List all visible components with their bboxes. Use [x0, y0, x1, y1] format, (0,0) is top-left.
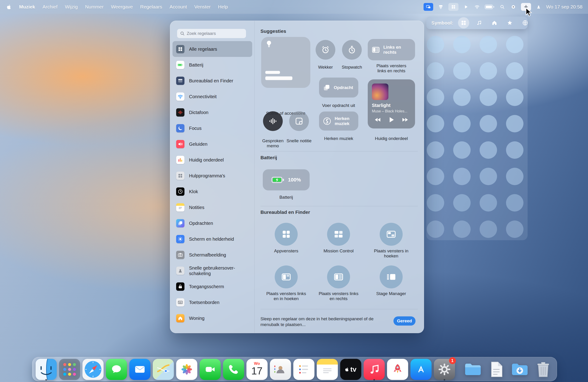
symbol-cell[interactable] [480, 62, 497, 80]
dock-item-music[interactable] [364, 358, 385, 381]
dock-item-contacts[interactable] [270, 358, 291, 381]
dock-item-photos[interactable] [176, 358, 197, 381]
symbol-tab-home[interactable] [489, 17, 500, 28]
dock-item-calendar[interactable]: Wo17 [247, 358, 268, 381]
symbol-cell[interactable] [480, 194, 497, 211]
symbol-cell[interactable] [506, 36, 524, 53]
stacked-windows-icon[interactable] [437, 3, 444, 10]
sidebar-item-home-tile[interactable]: Woning [172, 310, 252, 326]
symbol-cell[interactable] [427, 62, 444, 80]
play-icon[interactable] [387, 116, 396, 124]
sidebar-item-now-playing-tile[interactable]: Huidig onderdeel [172, 152, 252, 168]
spotlight-icon[interactable] [499, 3, 506, 10]
sidebar-item-voice-memo-tile[interactable]: Dictafoon [172, 104, 252, 120]
battery-icon[interactable] [485, 3, 495, 10]
corner-windows-widget[interactable] [380, 223, 403, 246]
menu-nummer[interactable]: Nummer [85, 4, 104, 10]
dock-item-safari[interactable] [83, 358, 104, 381]
menu-account[interactable]: Account [169, 4, 187, 10]
symbol-cell[interactable] [506, 141, 524, 159]
dock-item-app-store[interactable] [410, 358, 432, 381]
symbol-cell[interactable] [453, 220, 471, 238]
symbol-cell[interactable] [453, 141, 471, 159]
symbol-cell[interactable] [427, 194, 444, 211]
sidebar-item-clock-tile[interactable]: Klok [172, 184, 252, 199]
menu-regelaars[interactable]: Regelaars [140, 4, 162, 10]
now-playing-widget[interactable]: Starlight Muse – Black Holes... [368, 79, 415, 129]
symbol-cell[interactable] [480, 168, 497, 185]
quick-note-widget[interactable] [289, 111, 309, 131]
symbol-cell[interactable] [506, 62, 524, 80]
symbol-cell[interactable] [453, 36, 471, 53]
app-windows-widget[interactable] [275, 223, 298, 246]
menu-venster[interactable]: Venster [194, 4, 211, 10]
alarm-widget[interactable] [315, 40, 335, 60]
symbol-cell[interactable] [506, 194, 524, 211]
shazam-widget[interactable]: Herken muziek [319, 112, 358, 131]
dock-item-notes[interactable] [317, 358, 338, 381]
symbol-cell[interactable] [480, 36, 497, 53]
symbol-cell[interactable] [480, 89, 497, 106]
dock-item-documents[interactable] [486, 358, 507, 381]
dock-item-downloads[interactable] [509, 358, 530, 381]
symbol-cell[interactable] [453, 62, 471, 80]
battery-widget[interactable]: 100% [263, 169, 310, 191]
done-button[interactable]: Gereed [394, 316, 416, 325]
split-windows-widget[interactable] [327, 266, 350, 288]
menu-help[interactable]: Help [218, 4, 228, 10]
left-corner-windows-widget[interactable] [275, 266, 298, 288]
sidebar-item-display-tile[interactable]: Scherm en helderheid [172, 231, 252, 247]
dock-item-facetime[interactable] [200, 358, 221, 381]
sidebar-item-notes-tile[interactable]: Notities [172, 199, 252, 215]
symbol-cell[interactable] [506, 115, 524, 132]
sidebar-item-connectivity-tile[interactable]: Connectiviteit [172, 89, 252, 104]
dock-item-reminders[interactable] [293, 358, 315, 381]
search-input[interactable] [177, 29, 246, 38]
dock-item-messages[interactable] [106, 358, 127, 381]
symbol-cell[interactable] [506, 220, 524, 238]
dock-item-apple-tv[interactable]: tv [340, 358, 361, 381]
menu-bar-clock[interactable]: Wo 17 sep 20:58 [546, 4, 583, 10]
stopwatch-widget[interactable] [342, 40, 362, 60]
rewind-icon[interactable] [374, 116, 381, 123]
symbol-cell[interactable] [427, 141, 444, 159]
sidebar-item-keyboard-tile[interactable]: Toetsenborden [172, 294, 252, 310]
symbol-tab-globe[interactable] [520, 17, 527, 28]
sidebar-item-utilities-tile[interactable]: Hulpprogramma's [172, 168, 252, 184]
symbol-cell[interactable] [480, 141, 497, 159]
sidebar-item-sounds-tile[interactable]: Geluiden [172, 136, 252, 152]
split-windows-widget[interactable]: Links en rechts [368, 39, 415, 60]
symbol-cell[interactable] [453, 89, 471, 106]
screen-recording-icon[interactable] [510, 3, 517, 10]
dock-item-phone[interactable] [223, 358, 244, 381]
dock-item-rocket[interactable] [387, 358, 408, 381]
dock-item-maps[interactable] [153, 358, 174, 381]
app-menu-title[interactable]: Muziek [19, 4, 35, 10]
symbol-cell[interactable] [506, 89, 524, 106]
sidebar-item-desktop-tile[interactable]: Bureaublad en Finder [172, 73, 252, 89]
control-center-grid-icon[interactable] [448, 3, 459, 11]
symbol-tab-grid[interactable] [458, 17, 469, 28]
symbol-cell[interactable] [427, 115, 444, 132]
symbol-cell[interactable] [506, 168, 524, 185]
sidebar-item-all-controls[interactable]: Alle regelaars [172, 41, 252, 57]
fast-user-switching-icon[interactable] [535, 3, 542, 10]
scene-widget[interactable] [261, 37, 310, 88]
symbol-tab-music-note[interactable] [473, 17, 485, 28]
dock-item-folder[interactable] [462, 358, 483, 381]
mission-control-widget[interactable] [327, 223, 350, 246]
sidebar-item-battery-tile[interactable]: Batterij [172, 57, 252, 73]
symbol-cell[interactable] [480, 220, 497, 238]
voice-memo-widget[interactable] [263, 111, 283, 131]
shortcut-widget[interactable]: Opdracht [319, 77, 358, 97]
apple-menu-icon[interactable] [6, 4, 12, 10]
sidebar-item-shortcuts-tile[interactable]: Opdrachten [172, 215, 252, 231]
screen-mirroring-icon[interactable] [423, 3, 433, 11]
dock-item-mail[interactable] [129, 358, 150, 381]
symbol-tab-star[interactable] [504, 17, 515, 28]
menu-wijzig[interactable]: Wijzig [65, 4, 78, 10]
symbol-cell[interactable] [453, 194, 471, 211]
symbol-cell[interactable] [480, 115, 497, 132]
symbol-cell[interactable] [427, 89, 444, 106]
add-control-icon[interactable] [521, 3, 531, 11]
